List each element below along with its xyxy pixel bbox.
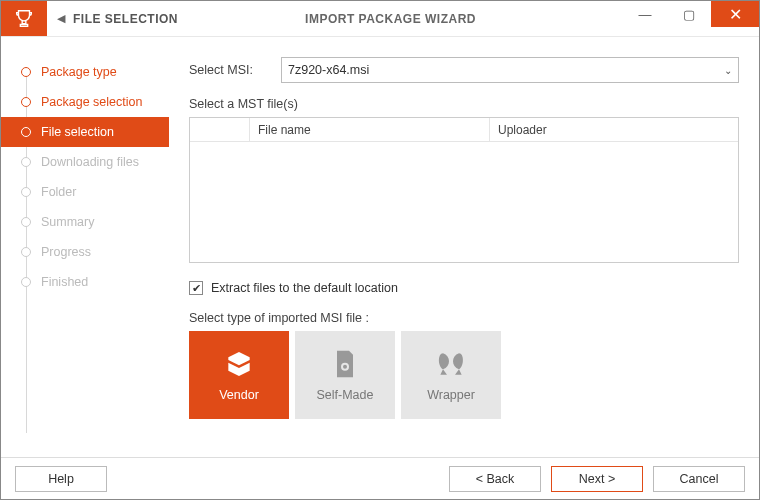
cancel-button[interactable]: Cancel — [653, 466, 745, 492]
content: Select MSI: 7z920-x64.msi ⌄ Select a MST… — [169, 37, 759, 457]
mst-table-header: File name Uploader — [190, 118, 738, 142]
type-tile-wrapper[interactable]: Wrapper — [401, 331, 501, 419]
step-progress: Progress — [1, 237, 169, 267]
type-tile-vendor[interactable]: Vendor — [189, 331, 289, 419]
mst-section-label: Select a MST file(s) — [189, 97, 739, 111]
mst-col-filename[interactable]: File name — [250, 118, 490, 141]
step-label: Finished — [41, 275, 88, 289]
type-label: Wrapper — [427, 388, 475, 402]
step-label: Folder — [41, 185, 76, 199]
step-package-selection[interactable]: Package selection — [1, 87, 169, 117]
step-label: Package selection — [41, 95, 142, 109]
step-folder: Folder — [1, 177, 169, 207]
steps-sidebar: Package type Package selection File sele… — [1, 37, 169, 457]
step-label: Package type — [41, 65, 117, 79]
back-button[interactable]: < Back — [449, 466, 541, 492]
next-button[interactable]: Next > — [551, 466, 643, 492]
box-icon — [223, 348, 255, 380]
select-msi-label: Select MSI: — [189, 63, 281, 77]
maximize-button[interactable]: ▢ — [667, 1, 711, 27]
mst-table[interactable]: File name Uploader — [189, 117, 739, 263]
footer: Help < Back Next > Cancel — [1, 457, 759, 499]
step-label: Progress — [41, 245, 91, 259]
minimize-button[interactable]: — — [623, 1, 667, 27]
extract-label: Extract files to the default location — [211, 281, 398, 295]
chevron-left-icon[interactable]: ◀ — [57, 12, 65, 25]
msi-select-value: 7z920-x64.msi — [288, 63, 369, 77]
app-logo — [1, 1, 47, 36]
mst-col-checkbox[interactable] — [190, 118, 250, 141]
file-gear-icon — [329, 348, 361, 380]
step-label: Downloading files — [41, 155, 139, 169]
titlebar-step-label: FILE SELECTION — [73, 12, 178, 26]
wrap-icon — [435, 348, 467, 380]
type-section-label: Select type of imported MSI file : — [189, 311, 739, 325]
titlebar-step-section: ◀ FILE SELECTION — [47, 1, 178, 36]
step-downloading-files: Downloading files — [1, 147, 169, 177]
extract-row[interactable]: ✔ Extract files to the default location — [189, 281, 739, 295]
trophy-icon — [13, 8, 35, 30]
close-button[interactable]: ✕ — [711, 1, 759, 27]
type-label: Vendor — [219, 388, 259, 402]
help-button[interactable]: Help — [15, 466, 107, 492]
type-label: Self-Made — [317, 388, 374, 402]
mst-col-uploader[interactable]: Uploader — [490, 118, 738, 141]
chevron-down-icon: ⌄ — [724, 65, 732, 76]
step-label: Summary — [41, 215, 94, 229]
select-msi-row: Select MSI: 7z920-x64.msi ⌄ — [189, 57, 739, 83]
step-package-type[interactable]: Package type — [1, 57, 169, 87]
type-tile-selfmade[interactable]: Self-Made — [295, 331, 395, 419]
msi-select[interactable]: 7z920-x64.msi ⌄ — [281, 57, 739, 83]
main: Package type Package selection File sele… — [1, 37, 759, 457]
titlebar: ◀ FILE SELECTION IMPORT PACKAGE WIZARD —… — [1, 1, 759, 37]
wizard-title: IMPORT PACKAGE WIZARD — [305, 12, 476, 26]
window-buttons: — ▢ ✕ — [623, 1, 759, 27]
extract-checkbox[interactable]: ✔ — [189, 281, 203, 295]
step-finished: Finished — [1, 267, 169, 297]
step-summary: Summary — [1, 207, 169, 237]
step-label: File selection — [41, 125, 114, 139]
step-file-selection[interactable]: File selection — [1, 117, 169, 147]
type-tiles: Vendor Self-Made Wrapper — [189, 331, 739, 419]
